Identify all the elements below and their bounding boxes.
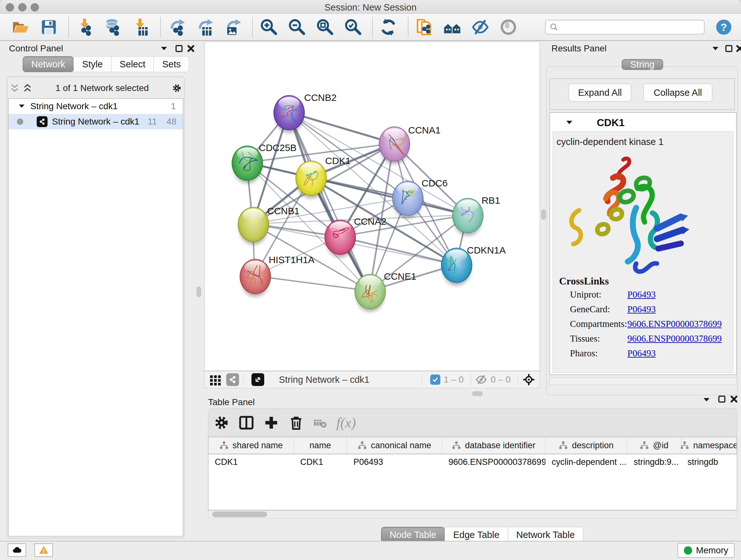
node-cdc6[interactable]: [392, 181, 423, 216]
gear-icon[interactable]: [213, 415, 230, 431]
collapse-table-icon[interactable]: [701, 395, 712, 405]
delete-icon[interactable]: [288, 415, 305, 431]
crosslink-link[interactable]: P06493: [627, 348, 656, 359]
inactive-eye-icon[interactable]: [499, 18, 518, 37]
tab-edge-table[interactable]: Edge Table: [445, 527, 508, 543]
node-ccna1[interactable]: [379, 126, 410, 162]
node-ccna2[interactable]: [325, 220, 356, 255]
table-horizontal-scrollbar[interactable]: [208, 510, 737, 518]
save-session-icon[interactable]: [40, 18, 58, 37]
toolbar-separator: [68, 17, 69, 37]
crosslink-link[interactable]: 9606.ENSP00000378699: [627, 319, 722, 329]
birds-eye-toggle-icon[interactable]: [522, 373, 535, 386]
node-table[interactable]: shared namenamecanonical namedatabase id…: [208, 437, 737, 510]
float-table-icon[interactable]: [717, 394, 727, 404]
network-row[interactable]: String Network – cdk1 11 48: [9, 114, 183, 129]
zoom-out-icon[interactable]: [287, 18, 306, 37]
entry-caret-down-icon[interactable]: [565, 118, 574, 127]
crosslink-row: Uniprot:P06493: [570, 289, 730, 304]
network-canvas[interactable]: CCNB2CCNA1CDC25BCDK1CDC6RB1CCNB1CCNA2CDK…: [204, 42, 540, 371]
zoom-fit-icon[interactable]: [315, 18, 334, 37]
close-results-icon[interactable]: [735, 44, 741, 54]
memory-button[interactable]: Memory: [677, 543, 735, 558]
collapse-panel-icon[interactable]: [159, 44, 169, 54]
bottom-splitter-handle[interactable]: [472, 391, 482, 396]
export-table-icon[interactable]: [195, 18, 214, 37]
expand-all-button[interactable]: Expand All: [569, 84, 631, 102]
column-header-canonical-name[interactable]: canonical name: [347, 437, 442, 454]
zoom-selected-icon[interactable]: [343, 18, 362, 37]
column-header-name[interactable]: name: [294, 437, 347, 454]
import-network-file-icon[interactable]: [75, 18, 94, 37]
protein-thumbnail: [300, 167, 322, 189]
float-results-icon[interactable]: [724, 44, 734, 54]
crosslink-label: Uniprot:: [570, 289, 601, 300]
crosslink-link[interactable]: P06493: [627, 304, 656, 314]
import-network-database-icon[interactable]: [104, 18, 122, 37]
tab-select[interactable]: Select: [111, 56, 154, 72]
string-home-icon[interactable]: [443, 18, 461, 37]
grid-icon[interactable]: [209, 373, 222, 386]
cdk1-entry-header[interactable]: CDK1: [549, 116, 737, 130]
close-panel-icon[interactable]: [186, 44, 196, 54]
add-column-icon[interactable]: [263, 415, 280, 431]
export-image-icon[interactable]: [223, 18, 242, 37]
split-columns-icon[interactable]: [238, 415, 255, 431]
warnings-button[interactable]: [35, 543, 53, 557]
open-session-icon[interactable]: [11, 18, 30, 37]
crosslink-link[interactable]: P06493: [627, 289, 656, 300]
open-view-icon[interactable]: [252, 373, 264, 386]
column-header-database-identifier[interactable]: database identifier: [442, 437, 545, 454]
network-collection-row[interactable]: String Network – cdk1 1: [9, 99, 183, 114]
collapse-all-button[interactable]: Collapse All: [643, 84, 712, 102]
tab-node-table[interactable]: Node Table: [381, 527, 445, 543]
node-rb1[interactable]: [452, 198, 483, 233]
column-header-shared-name[interactable]: shared name: [208, 437, 294, 454]
tab-sets[interactable]: Sets: [153, 56, 189, 72]
table-cell: CDK1: [294, 454, 347, 470]
crosslink-link[interactable]: 9606.ENSP00000378699: [627, 333, 722, 344]
table-cell: P06493: [347, 454, 442, 470]
close-table-icon[interactable]: [729, 394, 739, 404]
left-splitter-handle[interactable]: [197, 287, 201, 297]
column-header-namespace[interactable]: namespace: [681, 437, 737, 454]
search-input[interactable]: [545, 20, 704, 35]
edge-layer: [205, 42, 540, 371]
node-cdk1[interactable]: [295, 161, 327, 196]
collapse-all-icon[interactable]: [10, 83, 20, 93]
node-ccnb2[interactable]: [273, 95, 305, 130]
zoom-in-icon[interactable]: [259, 18, 278, 37]
crosslink-row: Tissues:9606.ENSP00000378699: [570, 333, 730, 348]
right-splitter-handle[interactable]: [541, 209, 546, 220]
table-row[interactable]: CDK1CDK1P064939606.ENSP00000378699cyclin…: [208, 454, 737, 470]
column-header-description[interactable]: description: [545, 437, 627, 454]
share-view-icon[interactable]: [226, 373, 239, 386]
results-scroll-strip[interactable]: [549, 377, 737, 385]
export-network-icon[interactable]: [167, 18, 186, 37]
node-label-ccne1: CCNE1: [384, 271, 416, 282]
import-table-icon[interactable]: [131, 18, 150, 37]
refresh-layout-icon[interactable]: [379, 18, 398, 37]
expand-all-icon[interactable]: [22, 83, 32, 93]
scrollbar-thumb[interactable]: [212, 511, 267, 517]
node-ccne1[interactable]: [354, 274, 386, 309]
collapse-results-icon[interactable]: [711, 44, 721, 54]
hide-glass-eye-icon[interactable]: [471, 18, 489, 37]
node-hist1h1a[interactable]: [240, 259, 271, 294]
node-label-cdkn1a: CDKN1A: [467, 245, 506, 256]
caret-down-icon[interactable]: [17, 102, 26, 111]
share-document-icon[interactable]: [415, 18, 433, 37]
help-icon[interactable]: ?: [716, 19, 732, 36]
tab-style[interactable]: Style: [73, 56, 111, 72]
selected-checkbox-icon[interactable]: [430, 374, 441, 385]
node-cdc25b[interactable]: [232, 145, 263, 181]
column-header--id[interactable]: @id: [627, 437, 681, 454]
network-options-gear-icon[interactable]: [172, 83, 182, 93]
cloud-button[interactable]: [8, 543, 26, 557]
tab-string[interactable]: String: [622, 57, 663, 72]
node-ccnb1[interactable]: [238, 207, 269, 242]
tab-network-table[interactable]: Network Table: [508, 527, 583, 543]
crosslink-row: Compartments:9606.ENSP00000378699: [570, 319, 730, 333]
tab-network[interactable]: Network: [23, 56, 74, 72]
float-panel-icon[interactable]: [174, 44, 184, 54]
